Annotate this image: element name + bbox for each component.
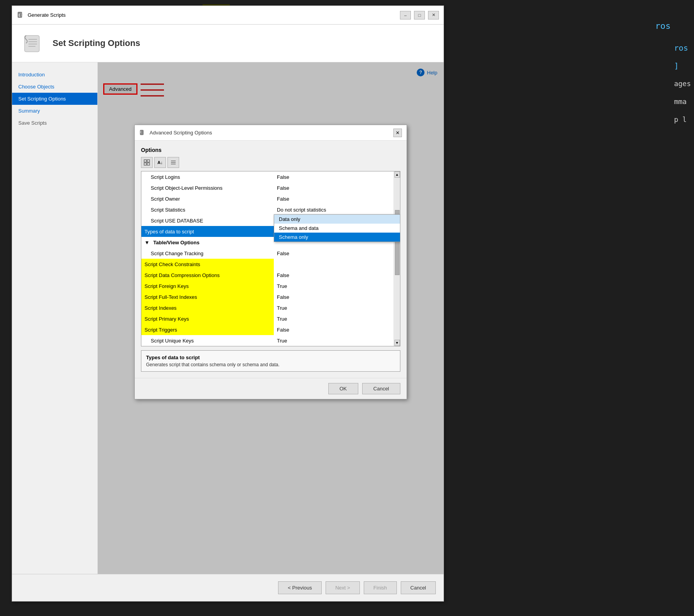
row-value: True xyxy=(274,302,400,313)
table-row[interactable]: Script Change Tracking False xyxy=(141,248,400,259)
scrollbar[interactable]: ▲ ▼ xyxy=(394,171,400,346)
code-right-edge: ros ] ages mma p l xyxy=(674,39,691,129)
table-row[interactable]: Script Primary Keys True xyxy=(141,313,400,324)
scroll-down-arrow[interactable]: ▼ xyxy=(395,340,400,346)
title-bar: Generate Scripts – □ ✕ xyxy=(12,6,444,25)
dropdown-option[interactable]: Schema and data xyxy=(274,224,400,233)
table-row[interactable]: Script Logins False xyxy=(141,171,400,182)
row-label: Script Indexes xyxy=(141,302,274,313)
row-value: False xyxy=(274,248,400,259)
next-button[interactable]: Next > xyxy=(326,581,360,594)
description-title: Types of data to script xyxy=(146,355,395,360)
collapse-icon: ▼ xyxy=(144,240,150,245)
svg-rect-11 xyxy=(147,160,150,162)
modal-close-button[interactable]: ✕ xyxy=(393,129,402,137)
modal-title-icon xyxy=(139,129,146,136)
row-label: Script Change Tracking xyxy=(141,248,274,259)
dialog-body: Introduction Choose Objects Set Scriptin… xyxy=(12,62,444,574)
sidebar-item-summary[interactable]: Summary xyxy=(12,105,97,117)
sort-az-icon: A↓ xyxy=(157,160,162,165)
dropdown-option[interactable]: Data only xyxy=(274,215,400,224)
row-label: Script Triggers xyxy=(141,324,274,335)
sidebar: Introduction Choose Objects Set Scriptin… xyxy=(12,62,98,574)
table-row[interactable]: Script Foreign Keys True xyxy=(141,281,400,291)
scroll-up-arrow[interactable]: ▲ xyxy=(395,171,400,178)
options-section-title: Options xyxy=(141,147,400,153)
sort-az-icon-btn[interactable]: A↓ xyxy=(154,157,166,168)
row-value: False xyxy=(274,182,400,193)
table-row[interactable]: Script Statistics Do not script statisti… xyxy=(141,204,400,215)
row-value xyxy=(274,259,400,270)
row-value: False xyxy=(274,193,400,204)
row-label: Types of data to script xyxy=(141,226,274,237)
row-value: False xyxy=(274,291,400,302)
description-area: Types of data to script Generates script… xyxy=(141,350,400,372)
page-title: Set Scripting Options xyxy=(53,38,140,48)
row-label: Script Full-Text Indexes xyxy=(141,291,274,302)
row-label: Script Statistics xyxy=(141,204,274,215)
row-label: Script Foreign Keys xyxy=(141,281,274,291)
finish-button[interactable]: Finish xyxy=(364,581,397,594)
table-row[interactable]: Script Indexes True xyxy=(141,302,400,313)
ok-button[interactable]: OK xyxy=(328,383,358,394)
row-label: Script Data Compression Options xyxy=(141,270,274,281)
row-label: Script USE DATABASE xyxy=(141,215,274,226)
sidebar-item-choose-objects[interactable]: Choose Objects xyxy=(12,81,97,93)
sidebar-item-save-scripts[interactable]: Save Scripts xyxy=(12,117,97,129)
toolbar-icons: A↓ xyxy=(141,157,400,168)
section-label: Table/View Options xyxy=(153,240,200,245)
sidebar-item-introduction[interactable]: Introduction xyxy=(12,69,97,81)
dialog-footer: < Previous Next > Finish Cancel xyxy=(12,574,444,601)
title-text: Generate Scripts xyxy=(28,12,66,18)
close-button[interactable]: ✕ xyxy=(428,11,439,19)
dropdown-option[interactable]: Schema only xyxy=(274,233,400,242)
table-row[interactable]: Script Full-Text Indexes False xyxy=(141,291,400,302)
row-label: Script Owner xyxy=(141,193,274,204)
options-table: Script Logins False Script Object-Level … xyxy=(141,171,400,346)
row-value: False xyxy=(274,324,400,335)
scroll-track[interactable] xyxy=(395,178,400,340)
dialog-header: Set Scripting Options xyxy=(12,25,444,62)
sidebar-item-set-scripting-options[interactable]: Set Scripting Options xyxy=(12,93,97,105)
modal-cancel-button[interactable]: Cancel xyxy=(362,383,400,394)
row-label: Script Logins xyxy=(141,171,274,182)
scroll-icon xyxy=(21,32,45,55)
modal-title-text: Advanced Scripting Options xyxy=(150,130,212,136)
advanced-scripting-modal: Advanced Scripting Options ✕ Options xyxy=(134,125,407,399)
table-row[interactable]: Script Data Compression Options False xyxy=(141,270,400,281)
svg-rect-12 xyxy=(144,163,146,165)
svg-rect-1 xyxy=(25,35,39,52)
row-label: Script Object-Level Permissions xyxy=(141,182,274,193)
row-value: False xyxy=(274,171,400,182)
minimize-button[interactable]: – xyxy=(400,11,411,19)
description-text: Generates script that contains schema on… xyxy=(146,362,395,367)
row-label: Script Primary Keys xyxy=(141,313,274,324)
row-label: Script Unique Keys xyxy=(141,335,274,346)
row-value: Do not script statistics xyxy=(274,204,400,215)
dropdown-popup: Data onlySchema and dataSchema only xyxy=(274,214,400,242)
row-label: Script Check Constraints xyxy=(141,259,274,270)
cancel-button[interactable]: Cancel xyxy=(401,581,436,594)
table-row[interactable]: Script Triggers False xyxy=(141,324,400,335)
view-options-icon-btn[interactable] xyxy=(167,157,179,168)
grid-icon xyxy=(144,159,150,166)
modal-titlebar: Advanced Scripting Options ✕ xyxy=(135,125,407,141)
list-icon xyxy=(170,159,176,166)
previous-button[interactable]: < Previous xyxy=(278,581,322,594)
generate-scripts-icon xyxy=(17,11,25,19)
row-value: True xyxy=(274,313,400,324)
table-row[interactable]: Script Owner False xyxy=(141,193,400,204)
svg-rect-0 xyxy=(18,12,22,18)
row-value: True xyxy=(274,335,400,346)
modal-body: Options xyxy=(135,141,407,378)
table-row[interactable]: Script Object-Level Permissions False xyxy=(141,182,400,193)
maximize-button[interactable]: □ xyxy=(414,11,425,19)
grid-view-icon-btn[interactable] xyxy=(141,157,153,168)
table-row[interactable]: Script Check Constraints xyxy=(141,259,400,270)
main-window: Generate Scripts – □ ✕ Set Scripting Opt… xyxy=(12,5,444,602)
table-row[interactable]: Script Unique Keys True xyxy=(141,335,400,346)
row-value: True xyxy=(274,281,400,291)
row-value: False xyxy=(274,270,400,281)
options-table-wrapper: Script Logins False Script Object-Level … xyxy=(141,171,400,346)
code-partial-right: ros xyxy=(655,19,671,32)
